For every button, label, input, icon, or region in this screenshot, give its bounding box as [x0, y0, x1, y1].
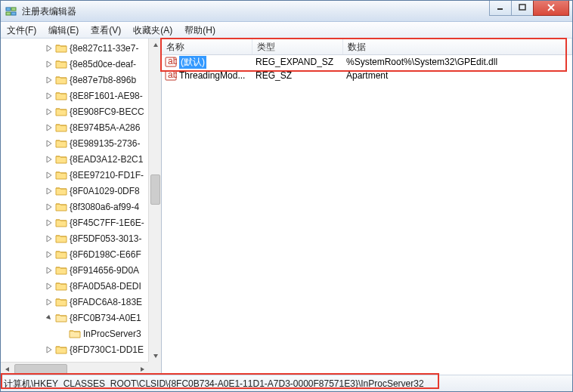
- menu-help[interactable]: 帮助(H): [178, 22, 221, 38]
- minimize-button[interactable]: [489, 1, 512, 16]
- svg-marker-30: [5, 367, 9, 372]
- svg-rect-3: [11, 12, 16, 15]
- menu-view[interactable]: 查看(V): [85, 22, 127, 38]
- svg-marker-20: [47, 236, 51, 242]
- folder-icon: [55, 75, 67, 85]
- tree-node-label: {8E974B5A-A286: [70, 122, 140, 133]
- expander-closed-icon[interactable]: [45, 107, 54, 116]
- folder-icon: [55, 218, 67, 228]
- tree-node[interactable]: {8EAD3A12-B2C1: [1, 151, 148, 167]
- string-value-icon: ab: [165, 69, 177, 82]
- scroll-thumb[interactable]: [14, 364, 67, 374]
- menu-favorites[interactable]: 收藏夹(A): [127, 22, 178, 38]
- expander-closed-icon[interactable]: [45, 345, 54, 354]
- tree-node-label: {8e827c11-33e7-: [70, 43, 138, 54]
- folder-icon: [55, 186, 67, 196]
- expander-closed-icon[interactable]: [45, 155, 54, 164]
- expander-closed-icon[interactable]: [45, 91, 54, 100]
- tree-node-label: {8F45C7FF-1E6E-: [70, 218, 144, 228]
- expander-closed-icon[interactable]: [45, 60, 54, 69]
- tree-node-label: {8F5DF053-3013-: [70, 233, 141, 244]
- tree-node-child[interactable]: InProcServer3: [1, 326, 148, 341]
- scroll-thumb[interactable]: [150, 174, 160, 205]
- value-row[interactable]: abThreadingMod...REG_SZApartment: [162, 69, 572, 82]
- maximize-button[interactable]: [511, 1, 534, 16]
- tree-node-label: {8EAD3A12-B2C1: [70, 154, 143, 165]
- tree-node[interactable]: {8E908FC9-BECC: [1, 103, 148, 119]
- tree-node-label: {8FA0D5A8-DEDI: [70, 281, 141, 292]
- tree-node[interactable]: {8F45C7FF-1E6E-: [1, 215, 148, 230]
- close-button[interactable]: [533, 1, 569, 16]
- column-name[interactable]: 名称: [162, 39, 252, 54]
- svg-marker-29: [153, 354, 158, 358]
- tree-node-label: {8FD730C1-DD1E: [70, 344, 144, 355]
- expander-closed-icon[interactable]: [45, 218, 54, 227]
- expander-closed-icon[interactable]: [45, 234, 54, 243]
- scroll-down-arrow[interactable]: [149, 349, 162, 362]
- tree-node[interactable]: {8e87e7b8-896b: [1, 72, 148, 88]
- tree-node-label: {8E989135-2736-: [70, 138, 140, 149]
- folder-icon: [55, 154, 67, 165]
- value-data: Apartment: [343, 70, 572, 81]
- tree-node[interactable]: {8e827c11-33e7-: [1, 40, 148, 56]
- expander-closed-icon[interactable]: [45, 202, 54, 211]
- tree-node-label: {8F6D198C-E66F: [70, 249, 141, 260]
- tree-vertical-scrollbar[interactable]: [148, 39, 161, 362]
- svg-marker-13: [47, 125, 51, 131]
- value-name: ThreadingMod...: [179, 70, 245, 81]
- titlebar[interactable]: 注册表编辑器: [1, 1, 572, 22]
- svg-marker-9: [47, 61, 51, 67]
- tree-node[interactable]: {8E8F1601-AE98-: [1, 88, 148, 103]
- svg-marker-23: [47, 283, 51, 289]
- tree-node-label: {8E8F1601-AE98-: [70, 91, 143, 101]
- tree-node[interactable]: {8e85d0ce-deaf-: [1, 56, 148, 72]
- expander-closed-icon[interactable]: [45, 123, 54, 132]
- expander-closed-icon[interactable]: [45, 250, 54, 259]
- expander-closed-icon[interactable]: [45, 139, 54, 148]
- tree-node-label: {8F0A1029-0DF8: [70, 186, 140, 196]
- tree-node[interactable]: {8F914656-9D0A: [1, 262, 148, 278]
- value-row[interactable]: ab(默认)REG_EXPAND_SZ%SystemRoot%\System32…: [162, 55, 572, 69]
- expander-closed-icon[interactable]: [45, 187, 54, 196]
- menu-file[interactable]: 文件(F): [1, 22, 42, 38]
- tree-node[interactable]: {8f3080a6-af99-4: [1, 199, 148, 215]
- expander-closed-icon[interactable]: [45, 76, 54, 85]
- expander-closed-icon[interactable]: [45, 266, 54, 275]
- tree-node[interactable]: {8F5DF053-3013-: [1, 230, 148, 246]
- tree-node[interactable]: {8F6D198C-E66F: [1, 246, 148, 262]
- column-data[interactable]: 数据: [343, 39, 572, 54]
- expander-closed-icon[interactable]: [45, 282, 54, 291]
- svg-text:ab: ab: [168, 69, 177, 80]
- svg-rect-2: [6, 12, 11, 15]
- folder-icon: [55, 281, 67, 292]
- folder-icon: [55, 59, 67, 69]
- scroll-left-arrow[interactable]: [1, 363, 14, 375]
- tree-node[interactable]: {8E989135-2736-: [1, 135, 148, 151]
- tree-node[interactable]: {8F0A1029-0DF8: [1, 183, 148, 199]
- tree-node-label: {8FADC6A8-183E: [70, 297, 142, 307]
- tree-node[interactable]: {8E974B5A-A286: [1, 119, 148, 135]
- expander-closed-icon[interactable]: [45, 298, 54, 307]
- string-value-icon: ab: [165, 56, 177, 68]
- expander-open-icon[interactable]: [45, 313, 54, 323]
- tree-node[interactable]: {8FC0B734-A0E1: [1, 310, 148, 326]
- tree-node[interactable]: {8FA0D5A8-DEDI: [1, 278, 148, 294]
- statusbar: 计算机\HKEY_CLASSES_ROOT\CLSID\{8FC0B734-A0…: [1, 375, 572, 391]
- tree-node[interactable]: {8FADC6A8-183E: [1, 294, 148, 310]
- svg-marker-25: [46, 314, 52, 320]
- folder-icon: [55, 297, 67, 307]
- svg-marker-14: [47, 140, 51, 147]
- tree-node[interactable]: {8EE97210-FD1F-: [1, 167, 148, 183]
- tree-node[interactable]: {8FD730C1-DD1E: [1, 341, 148, 357]
- tree-horizontal-scrollbar[interactable]: [1, 362, 148, 375]
- svg-marker-10: [47, 77, 51, 83]
- scroll-up-arrow[interactable]: [149, 39, 162, 51]
- value-name: (默认): [179, 56, 206, 69]
- menu-edit[interactable]: 编辑(E): [42, 22, 85, 38]
- expander-closed-icon[interactable]: [45, 171, 54, 180]
- expander-closed-icon[interactable]: [45, 44, 54, 53]
- scroll-right-arrow[interactable]: [135, 363, 148, 375]
- column-type[interactable]: 类型: [252, 39, 343, 54]
- folder-icon: [55, 106, 67, 117]
- svg-marker-28: [153, 43, 158, 47]
